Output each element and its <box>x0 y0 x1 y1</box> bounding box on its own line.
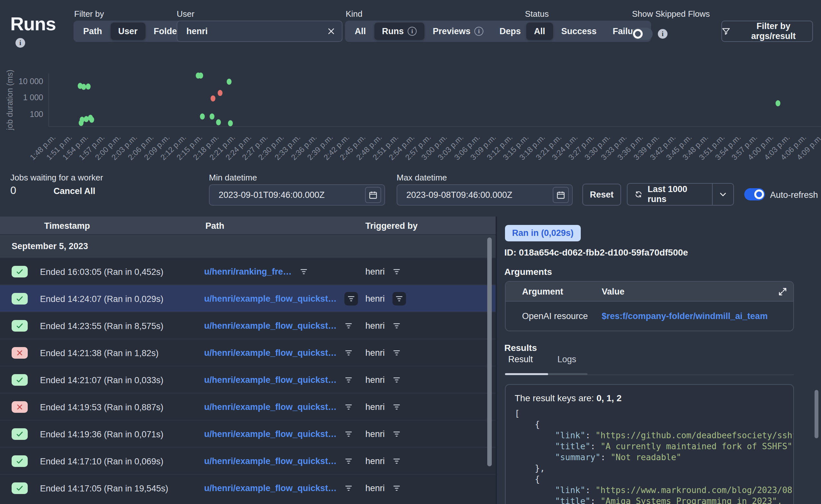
min-datetime-label: Min datetime <box>209 173 257 183</box>
run-timestamp: Ended 14:21:07 (Ran in 0,033s) <box>40 375 163 385</box>
kind-previews[interactable]: Previewsi <box>425 23 491 40</box>
filter-by-user-icon[interactable] <box>392 403 401 411</box>
max-datetime-input[interactable]: 2023-09-08T09:46:00.000Z <box>396 184 573 206</box>
run-path-link[interactable]: u/henri/example_flow_quickst… <box>204 375 337 385</box>
filter-args-button[interactable]: Filter by args/result <box>721 21 813 42</box>
filter-by-user-icon[interactable] <box>392 457 401 465</box>
run-path-link[interactable]: u/henri/example_flow_quickst… <box>204 294 337 304</box>
reset-button[interactable]: Reset <box>582 184 621 206</box>
run-row[interactable]: Ended 16:03:05 (Ran in 0,452s)u/henri/ra… <box>0 257 496 285</box>
filter-by-path-icon[interactable] <box>344 349 353 357</box>
success-check-icon <box>12 293 28 305</box>
min-datetime-calendar-icon[interactable] <box>365 187 381 203</box>
filter-by-path-icon[interactable] <box>344 322 353 330</box>
tab-result[interactable]: Result <box>505 354 536 364</box>
chart-point[interactable] <box>218 90 222 96</box>
run-row[interactable]: Ended 14:19:36 (Ran in 0,071s)u/henri/ex… <box>0 420 496 447</box>
run-row[interactable]: Ended 14:24:07 (Ran in 0,029s)u/henri/ex… <box>0 285 496 312</box>
run-path-link[interactable]: u/henri/example_flow_quickst… <box>204 483 337 493</box>
run-row[interactable]: Ended 14:19:53 (Ran in 0,887s)u/henri/ex… <box>0 393 496 420</box>
filter-by-user-icon[interactable] <box>392 430 401 438</box>
argument-value-link[interactable]: $res:f/company-folder/windmill_ai_team <box>602 311 768 321</box>
run-row[interactable]: Ended 14:21:07 (Ran in 0,033s)u/henri/ex… <box>0 366 496 393</box>
run-path-link[interactable]: u/henri/example_flow_quickst… <box>204 429 337 439</box>
filter-by-user-icon[interactable] <box>392 484 401 492</box>
filter-by-user-icon[interactable] <box>395 295 403 303</box>
column-path: Path <box>205 221 224 231</box>
run-id: ID: 018a654c-d062-fbb2-d100-59fa70df500e <box>504 247 688 258</box>
page-title: Runs <box>10 13 56 34</box>
result-viewer[interactable]: The result keys are: 0, 1, 2 [ { "link":… <box>505 384 794 504</box>
cancel-all-button[interactable]: Cancel All <box>54 186 95 196</box>
min-datetime-input[interactable]: 2023-09-01T09:46:00.000Z <box>209 184 385 206</box>
run-row[interactable]: Ended 14:21:38 (Ran in 1,82s)u/henri/exa… <box>0 339 496 366</box>
filter-by-user[interactable]: User <box>111 23 145 40</box>
chart-point[interactable] <box>86 83 91 90</box>
filter-by-path-icon[interactable] <box>344 376 353 384</box>
filter-icon-pill <box>344 292 358 305</box>
run-path-link[interactable]: u/henri/example_flow_quickst… <box>204 348 337 358</box>
filter-by-label: Filter by <box>74 9 104 19</box>
user-input[interactable]: henri <box>177 21 342 42</box>
run-detail-panel: Ran in (0,029s) ID: 018a654c-d062-fbb2-d… <box>497 217 821 504</box>
show-skipped-toggle[interactable] <box>632 28 653 40</box>
chart-point[interactable] <box>227 79 231 85</box>
success-check-icon <box>12 482 28 494</box>
code-line: "link": "https://github.com/deadbeefsoci… <box>515 430 784 441</box>
status-success[interactable]: Success <box>554 23 605 40</box>
max-datetime-calendar-icon[interactable] <box>553 187 569 203</box>
filter-by-path-icon[interactable] <box>344 403 353 411</box>
results-tabs: Result Logs <box>505 354 580 364</box>
chart-point[interactable] <box>776 100 780 106</box>
filter-by-path-icon[interactable] <box>344 484 353 492</box>
kind-segmented: All Runsi Previewsi Depsi <box>345 21 543 42</box>
run-path-link[interactable]: u/henri/example_flow_quickst… <box>204 402 337 412</box>
table-scrollbar[interactable] <box>487 237 492 466</box>
status-all[interactable]: All <box>526 23 553 40</box>
filter-by-path-icon[interactable] <box>344 457 353 465</box>
expand-icon[interactable] <box>778 287 787 296</box>
filter-by-user-icon[interactable] <box>392 349 401 357</box>
chart-point[interactable] <box>210 95 215 102</box>
autorefresh-toggle[interactable] <box>744 188 765 200</box>
max-datetime-label: Max datetime <box>396 173 447 183</box>
y-tick-label: 10 000 <box>0 77 43 86</box>
tab-logs[interactable]: Logs <box>554 354 580 364</box>
run-row[interactable]: Ended 14:17:05 (Ran in 19,545s)u/henri/e… <box>0 474 496 501</box>
chart-y-axis <box>48 73 49 126</box>
tab-result-underline <box>505 373 548 375</box>
run-path-link[interactable]: u/henri/ranking_fre… <box>204 267 292 277</box>
runs-info-icon[interactable]: i <box>15 38 25 48</box>
chart-point[interactable] <box>198 73 203 79</box>
filter-by-path[interactable]: Path <box>75 23 110 40</box>
filter-by-user-icon[interactable] <box>392 376 401 384</box>
kind-label: Kind <box>346 9 362 19</box>
run-path-link[interactable]: u/henri/example_flow_quickst… <box>204 321 337 331</box>
chart-point[interactable] <box>200 113 205 120</box>
last-runs-button[interactable]: Last 1000 runs <box>628 184 708 205</box>
filter-by-path-icon[interactable] <box>347 295 355 303</box>
chart-point[interactable] <box>89 117 94 123</box>
kind-all[interactable]: All <box>347 23 374 40</box>
argument-row: OpenAI resource $res:f/company-folder/wi… <box>506 302 793 331</box>
chart-point[interactable] <box>216 119 221 125</box>
triggered-by-user: henri <box>365 294 385 304</box>
chart-point[interactable] <box>81 84 86 90</box>
chart-point[interactable] <box>210 113 214 120</box>
chart-point[interactable] <box>228 120 233 126</box>
result-scrollbar[interactable] <box>815 390 818 438</box>
clear-user-icon[interactable] <box>327 27 335 35</box>
run-row[interactable]: Ended 14:17:10 (Ran in 0,069s)u/henri/ex… <box>0 447 496 474</box>
skipped-info-icon[interactable]: i <box>658 29 668 39</box>
filter-by-path-icon[interactable] <box>344 430 353 438</box>
filter-by-user-icon[interactable] <box>392 267 401 276</box>
run-row[interactable]: Ended 14:23:55 (Ran in 8,575s)u/henri/ex… <box>0 312 496 339</box>
filter-by-user-icon[interactable] <box>392 322 401 330</box>
code-line: { <box>515 474 784 485</box>
previews-kind-info-icon[interactable]: i <box>474 27 484 36</box>
runs-kind-info-icon[interactable]: i <box>407 27 417 36</box>
filter-by-path-icon[interactable] <box>299 267 308 276</box>
run-path-link[interactable]: u/henri/example_flow_quickst… <box>204 456 337 466</box>
kind-runs[interactable]: Runsi <box>374 23 425 40</box>
last-runs-dropdown-button[interactable] <box>712 184 733 205</box>
